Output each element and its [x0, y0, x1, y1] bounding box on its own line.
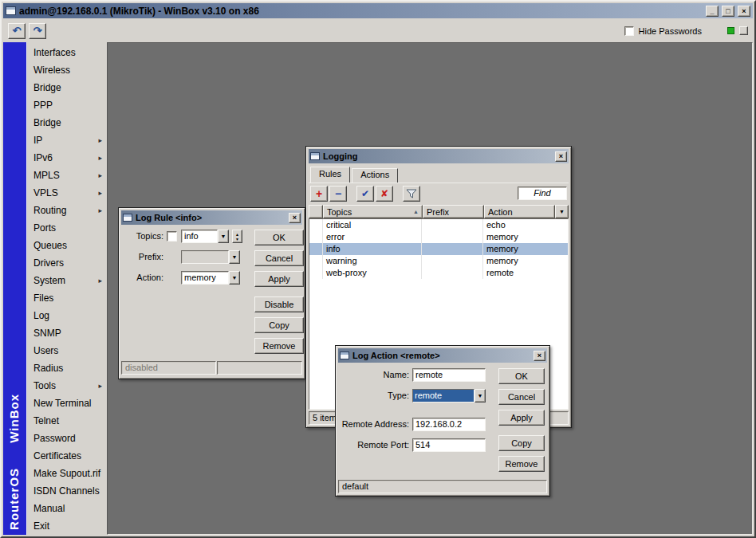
- sidebar-item-ipv6[interactable]: IPv6▸: [27, 149, 107, 167]
- sidebar-item-routing[interactable]: Routing▸: [27, 202, 107, 219]
- copy-button[interactable]: Copy: [254, 317, 304, 333]
- name-input[interactable]: remote: [412, 368, 486, 382]
- ok-button[interactable]: OK: [254, 230, 304, 245]
- logging-titlebar[interactable]: Logging ×: [309, 149, 569, 163]
- sidebar-item-bridge[interactable]: Bridge: [27, 79, 107, 96]
- find-input[interactable]: Find: [518, 187, 567, 200]
- window-icon: [310, 152, 320, 160]
- table-row[interactable]: web-proxy remote: [309, 267, 568, 279]
- column-header-prefix[interactable]: Prefix: [423, 205, 484, 218]
- status-indicator-icon: [727, 27, 734, 34]
- table-row[interactable]: warning memory: [309, 255, 568, 267]
- sidebar-item-drivers[interactable]: Drivers: [27, 254, 107, 272]
- window-log-action: Log Action <remote> × Name: remote Type:…: [335, 345, 550, 497]
- apply-button[interactable]: Apply: [498, 410, 545, 426]
- tab-actions[interactable]: Actions: [352, 168, 398, 183]
- sidebar-item-queues[interactable]: Queues: [27, 237, 107, 254]
- cancel-button[interactable]: Cancel: [254, 250, 304, 266]
- column-header-flags[interactable]: [309, 205, 323, 218]
- topics-combo[interactable]: info: [181, 230, 218, 243]
- topics-label: Topics:: [124, 230, 163, 243]
- close-icon[interactable]: ×: [289, 213, 301, 223]
- sidebar-item-system[interactable]: System▸: [27, 272, 107, 289]
- sidebar-item-tools[interactable]: Tools▸: [27, 377, 107, 395]
- column-header-action[interactable]: Action: [484, 205, 555, 218]
- remove-button[interactable]: Remove: [498, 456, 545, 472]
- table-row-selected[interactable]: info memory: [309, 243, 568, 255]
- action-combo[interactable]: memory: [181, 271, 229, 285]
- minimize-button[interactable]: _: [706, 6, 719, 17]
- submenu-arrow-icon: ▸: [98, 377, 102, 395]
- remote-address-label: Remote Address:: [339, 418, 409, 431]
- sidebar-item-ip[interactable]: IP▸: [27, 132, 107, 149]
- copy-button[interactable]: Copy: [498, 435, 545, 451]
- add-button[interactable]: +: [310, 186, 328, 202]
- sidebar-item-ports[interactable]: Ports: [27, 219, 107, 237]
- maximize-button[interactable]: □: [722, 6, 734, 17]
- status-bar: disabled: [121, 361, 216, 375]
- type-label: Type:: [339, 389, 409, 403]
- sidebar-item-radius[interactable]: Radius: [27, 359, 107, 377]
- column-header-topics[interactable]: Topics▲: [323, 205, 423, 218]
- sidebar-item-bridge-2[interactable]: Bridge: [27, 114, 107, 132]
- action-combo-arrow-icon[interactable]: ▼: [229, 271, 240, 285]
- filter-icon: [406, 189, 417, 198]
- remote-address-input[interactable]: 192.168.0.2: [412, 418, 486, 431]
- sidebar-item-ppp[interactable]: PPP: [27, 96, 107, 114]
- sidebar-item-new-terminal[interactable]: New Terminal: [27, 395, 107, 412]
- sidebar-item-make-supout[interactable]: Make Supout.rif: [27, 465, 107, 482]
- submenu-arrow-icon: ▸: [98, 184, 102, 202]
- sidebar-item-mpls[interactable]: MPLS▸: [27, 167, 107, 184]
- sidebar-item-wireless[interactable]: Wireless: [27, 61, 107, 79]
- sidebar-item-users[interactable]: Users: [27, 342, 107, 359]
- prefix-label: Prefix:: [124, 250, 163, 264]
- sidebar-item-snmp[interactable]: SNMP: [27, 324, 107, 342]
- table-row[interactable]: critical echo: [309, 219, 568, 231]
- tab-rules[interactable]: Rules: [310, 167, 350, 183]
- prefix-input[interactable]: [181, 250, 229, 264]
- main-titlebar[interactable]: admin@192.168.0.1 (MikroTik) - WinBox v3…: [3, 3, 753, 18]
- sidebar-item-certificates[interactable]: Certificates: [27, 447, 107, 465]
- disable-button[interactable]: Disable: [254, 296, 304, 312]
- topics-spinner[interactable]: ▲▼: [232, 230, 242, 243]
- sidebar-item-files[interactable]: Files: [27, 289, 107, 307]
- remote-port-input[interactable]: 514: [412, 438, 486, 452]
- window-title: admin@192.168.0.1 (MikroTik) - WinBox v3…: [19, 6, 703, 17]
- type-combo-arrow-icon[interactable]: ▼: [474, 389, 486, 403]
- sidebar-item-manual[interactable]: Manual: [27, 500, 107, 517]
- header-dropdown-button[interactable]: ▼: [555, 205, 569, 218]
- cancel-button[interactable]: Cancel: [498, 389, 545, 405]
- prefix-combo-arrow-icon[interactable]: ▼: [229, 250, 240, 264]
- sidebar-item-vpls[interactable]: VPLS▸: [27, 184, 107, 202]
- remove-button[interactable]: −: [329, 186, 347, 202]
- type-combo[interactable]: remote: [413, 390, 474, 402]
- status-bar-segment: [217, 361, 302, 375]
- disable-button[interactable]: ✘: [376, 186, 393, 202]
- sidebar-item-log[interactable]: Log: [27, 307, 107, 324]
- close-button[interactable]: ×: [738, 6, 750, 17]
- filter-button[interactable]: [403, 186, 420, 202]
- topics-combo-arrow-icon[interactable]: ▼: [218, 230, 229, 243]
- main-toolbar: ↶ ↷ Hide Passwords: [3, 20, 753, 41]
- sidebar-item-password[interactable]: Password: [27, 430, 107, 447]
- log-action-titlebar[interactable]: Log Action <remote> ×: [338, 348, 547, 363]
- table-row[interactable]: error memory: [309, 231, 568, 243]
- sidebar-item-isdn-channels[interactable]: ISDN Channels: [27, 482, 107, 500]
- undo-button[interactable]: ↶: [8, 23, 26, 39]
- redo-button[interactable]: ↷: [29, 23, 46, 39]
- log-rule-titlebar[interactable]: Log Rule <info> ×: [121, 210, 302, 225]
- enable-button[interactable]: ✔: [356, 186, 374, 202]
- topics-checkbox[interactable]: [167, 231, 177, 242]
- sidebar-item-telnet[interactable]: Telnet: [27, 412, 107, 430]
- apply-button[interactable]: Apply: [254, 271, 304, 287]
- close-icon[interactable]: ×: [555, 151, 567, 162]
- brand-stripe: RouterOS WinBox: [3, 42, 26, 535]
- sidebar-item-exit[interactable]: Exit: [27, 517, 107, 535]
- sidebar-item-interfaces[interactable]: Interfaces: [27, 44, 107, 61]
- hide-passwords-checkbox[interactable]: [624, 26, 634, 36]
- ok-button[interactable]: OK: [498, 368, 545, 384]
- close-icon[interactable]: ×: [534, 351, 545, 361]
- table-header: Topics▲ Prefix Action ▼: [309, 205, 569, 218]
- remove-button[interactable]: Remove: [254, 338, 304, 354]
- brand-text: RouterOS WinBox: [7, 394, 21, 530]
